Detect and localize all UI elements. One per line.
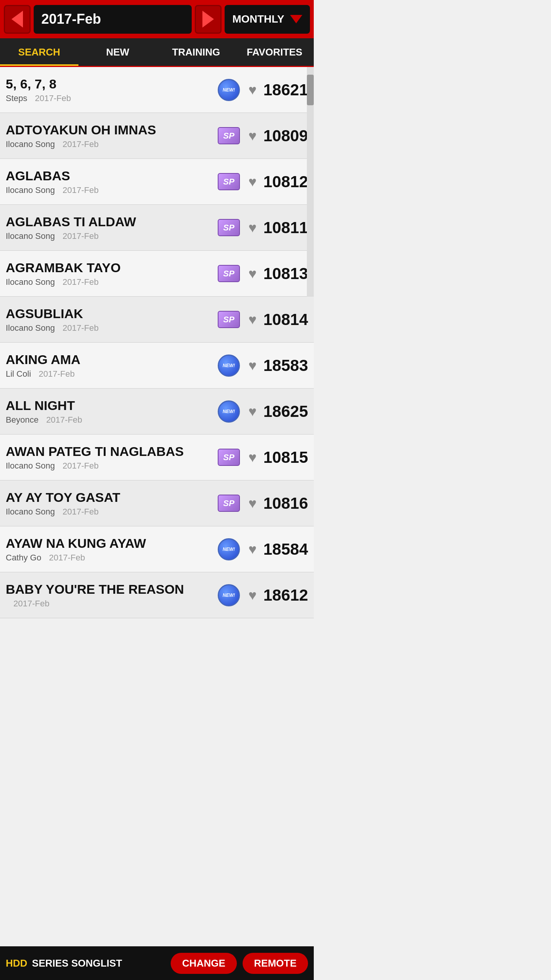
song-number: 18583 — [262, 356, 308, 375]
song-info: AWAN PATEG TI NAGLABAS Ilocano Song 2017… — [6, 444, 218, 471]
song-date: 2017-Feb — [49, 553, 85, 563]
tab-favorites[interactable]: FAVORITES — [235, 38, 314, 66]
period-button[interactable]: MONTHLY — [225, 5, 310, 34]
song-date: 2017-Feb — [62, 231, 98, 241]
song-meta: Ilocano Song 2017-Feb — [6, 461, 218, 471]
sp-badge: SP — [218, 495, 240, 512]
song-row[interactable]: ADTOYAKUN OH IMNAS Ilocano Song 2017-Feb… — [0, 113, 314, 159]
song-date: 2017-Feb — [62, 277, 98, 287]
song-meta: Ilocano Song 2017-Feb — [6, 507, 218, 517]
tab-bar: SEARCH NEW TRAINING FAVORITES — [0, 38, 314, 67]
song-info: AGLABAS TI ALDAW Ilocano Song 2017-Feb — [6, 214, 218, 241]
tab-search[interactable]: SEARCH — [0, 38, 78, 66]
song-info: AY AY TOY GASAT Ilocano Song 2017-Feb — [6, 490, 218, 517]
favorite-heart-icon[interactable]: ♥ — [243, 80, 262, 100]
song-badges — [218, 538, 240, 560]
remote-button[interactable]: REMOTE — [243, 953, 308, 974]
song-info: 5, 6, 7, 8 Steps 2017-Feb — [6, 76, 218, 103]
favorite-heart-icon[interactable]: ♥ — [243, 264, 262, 283]
song-title: AWAN PATEG TI NAGLABAS — [6, 444, 218, 459]
tab-new[interactable]: NEW — [78, 38, 157, 66]
song-badges: SP — [218, 219, 240, 236]
song-badges — [218, 354, 240, 377]
song-meta: Ilocano Song 2017-Feb — [6, 185, 218, 195]
song-row[interactable]: AGLABAS TI ALDAW Ilocano Song 2017-Feb S… — [0, 205, 314, 251]
song-row[interactable]: AWAN PATEG TI NAGLABAS Ilocano Song 2017… — [0, 434, 314, 480]
song-row[interactable]: 5, 6, 7, 8 Steps 2017-Feb ♥ 18621 — [0, 67, 314, 113]
song-date: 2017-Feb — [39, 369, 75, 379]
songlist-text: SONGLIST — [71, 957, 122, 969]
favorite-heart-icon[interactable]: ♥ — [243, 218, 262, 237]
song-title: AGLABAS — [6, 168, 218, 184]
song-row[interactable]: AGRAMBAK TAYO Ilocano Song 2017-Feb SP ♥… — [0, 251, 314, 297]
favorite-heart-icon[interactable]: ♥ — [243, 586, 262, 605]
song-row[interactable]: AGSUBLIAK Ilocano Song 2017-Feb SP ♥ 108… — [0, 297, 314, 343]
sp-badge: SP — [218, 311, 240, 328]
song-number: 10815 — [262, 448, 308, 467]
song-number: 10816 — [262, 494, 308, 513]
song-info: AGRAMBAK TAYO Ilocano Song 2017-Feb — [6, 260, 218, 287]
song-row[interactable]: BABY YOU'RE THE REASON 2017-Feb ♥ 18612 — [0, 572, 314, 618]
song-number: 18621 — [262, 81, 308, 99]
hdd-new-badge — [218, 584, 240, 606]
sp-badge: SP — [218, 265, 240, 282]
bottom-bar: HDD SERIES SONGLIST CHANGE REMOTE — [0, 946, 314, 980]
song-badges — [218, 400, 240, 423]
left-arrow-icon — [11, 11, 23, 28]
song-title: AGLABAS TI ALDAW — [6, 214, 218, 230]
song-title: AKING AMA — [6, 352, 218, 368]
scroll-thumb[interactable] — [307, 75, 314, 105]
song-date: 2017-Feb — [46, 415, 82, 425]
favorite-heart-icon[interactable]: ♥ — [243, 356, 262, 375]
next-button[interactable] — [195, 5, 222, 34]
song-meta: Cathy Go 2017-Feb — [6, 553, 218, 563]
song-row[interactable]: ALL NIGHT Beyonce 2017-Feb ♥ 18625 — [0, 389, 314, 434]
song-meta: Ilocano Song 2017-Feb — [6, 231, 218, 241]
song-row[interactable]: AY AY TOY GASAT Ilocano Song 2017-Feb SP… — [0, 480, 314, 526]
song-row[interactable]: AGLABAS Ilocano Song 2017-Feb SP ♥ 10812 — [0, 159, 314, 205]
song-artist: Ilocano Song — [6, 277, 55, 287]
song-badges: SP — [218, 173, 240, 190]
change-button[interactable]: CHANGE — [171, 953, 237, 974]
tab-training[interactable]: TRAINING — [157, 38, 235, 66]
song-artist: Ilocano Song — [6, 231, 55, 241]
song-info: AKING AMA Lil Coli 2017-Feb — [6, 352, 218, 379]
sp-badge: SP — [218, 173, 240, 190]
song-artist: Ilocano Song — [6, 323, 55, 333]
song-number: 10813 — [262, 265, 308, 283]
song-date: 2017-Feb — [13, 599, 49, 609]
favorite-heart-icon[interactable]: ♥ — [243, 494, 262, 513]
song-row[interactable]: AKING AMA Lil Coli 2017-Feb ♥ 18583 — [0, 343, 314, 389]
favorite-heart-icon[interactable]: ♥ — [243, 402, 262, 421]
song-badges: SP — [218, 265, 240, 282]
song-number: 10809 — [262, 127, 308, 145]
sp-badge: SP — [218, 449, 240, 466]
favorite-heart-icon[interactable]: ♥ — [243, 172, 262, 191]
favorite-heart-icon[interactable]: ♥ — [243, 126, 262, 145]
song-badges — [218, 584, 240, 606]
song-artist: Ilocano Song — [6, 185, 55, 195]
favorite-heart-icon[interactable]: ♥ — [243, 448, 262, 467]
song-date: 2017-Feb — [62, 139, 98, 149]
current-date: 2017-Feb — [41, 11, 101, 27]
song-date: 2017-Feb — [62, 323, 98, 333]
song-row[interactable]: AYAW NA KUNG AYAW Cathy Go 2017-Feb ♥ 18… — [0, 526, 314, 572]
hdd-text: HDD — [6, 957, 27, 969]
favorite-heart-icon[interactable]: ♥ — [243, 540, 262, 559]
scrollbar[interactable] — [307, 67, 314, 297]
prev-button[interactable] — [4, 5, 31, 34]
song-artist: Ilocano Song — [6, 461, 55, 471]
song-meta: Steps 2017-Feb — [6, 93, 218, 103]
song-number: 18625 — [262, 402, 308, 421]
date-display: 2017-Feb — [34, 5, 192, 34]
song-number: 18612 — [262, 586, 308, 604]
song-meta: Ilocano Song 2017-Feb — [6, 139, 218, 149]
song-meta: Lil Coli 2017-Feb — [6, 369, 218, 379]
song-meta: 2017-Feb — [6, 599, 218, 609]
song-date: 2017-Feb — [62, 185, 98, 195]
song-title: AGRAMBAK TAYO — [6, 260, 218, 276]
favorite-heart-icon[interactable]: ♥ — [243, 310, 262, 329]
dropdown-arrow-icon — [290, 15, 302, 23]
song-info: AGLABAS Ilocano Song 2017-Feb — [6, 168, 218, 195]
song-info: ALL NIGHT Beyonce 2017-Feb — [6, 398, 218, 425]
